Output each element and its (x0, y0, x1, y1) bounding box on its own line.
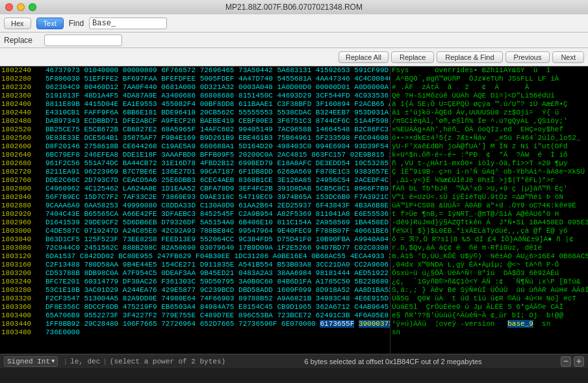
text-row: ÙùäE5l ÇrÔùÉëe0 ü Jµ ÃLÉÉ 5 6*gÁÄ©e CÁÏ (392, 303, 588, 311)
hex-address: 1802760 (0, 176, 45, 185)
table-row: 1803360DF8E356C 8DCCF6DB 475219F9 EB6503… (0, 303, 390, 311)
hex-bytes: DF8E356C 8DCCF6DB 475219F9 EB6503A4 8498… (45, 303, 390, 311)
replace-label: Replace (4, 36, 39, 45)
close-button[interactable] (5, 3, 13, 11)
hex-bytes: 8211EA91 96223969 B7C7BE6E 136E27D1 99CA… (45, 168, 390, 176)
text-row: À^BQÒ`,øgñ™øÚñP ÖJz¥eTUh JSsFLL LF iÀ (392, 75, 588, 83)
table-row: 18028809CAAA6A0 6AA58253 49990080 C8DDA3… (0, 202, 390, 210)
hex-address: 1802640 (0, 151, 45, 159)
text-row: k«U^$n.ô®·é÷·é÷ :ªPÐ ¢ *Ä ?ÀW é Í iô (392, 151, 588, 159)
hex-address: 1803200 (0, 269, 45, 278)
maximize-button[interactable] (29, 3, 36, 11)
hex-address: 1802560 (0, 134, 45, 142)
table-row: 180224046737973 01040000 00000809 6F7665… (0, 66, 390, 75)
zoom-in-button[interactable]: + (574, 356, 584, 367)
hex-address: 1803320 (0, 295, 45, 303)
hex-address: 1802440 (0, 109, 45, 117)
hex-bytes: 5191013F 48D1A4F5 4DA87A9E A3400686 8680… (45, 92, 390, 100)
main-area: 180224046737973 01040000 00000809 6F7665… (0, 66, 588, 354)
hex-button[interactable]: Hex (4, 18, 31, 29)
text-row: ô = ℜ?,Ö R?sî|8 ‰5 dÌ £4 ÍÕ}AðÑ£±9]A♦ ñ … (392, 235, 588, 244)
table-row: 18031206DA1537 C842DD02 BC80E955 247FB62… (0, 252, 390, 261)
hex-bytes: CD53788B 8DB98C0A A7F954C5 0DEAF3AA 9B45… (45, 269, 390, 278)
table-row: 18029207404C43E B65565CA A66E42FE 3DFAEB… (0, 210, 390, 218)
hex-address: 1803080 (0, 244, 45, 252)
hex-bytes: 65A706B9 9552273F 3F4227F2 779E755E C489… (45, 311, 390, 320)
replace-find-button[interactable]: Replace & Find (437, 51, 502, 63)
table-row: 18027208211EA91 96223969 B7C7BE6E 136E27… (0, 168, 390, 176)
hex-address: 1803440 (0, 320, 45, 328)
hex-address: 1802960 (0, 218, 45, 227)
hint-text: (select a power of 2 bytes) (110, 358, 225, 365)
hex-address: 1803000 (0, 227, 45, 235)
text-row: äi ±°újkö·ÃQEd Àv,UUUUSÜ8 z±$Oji= Ý{ ü (392, 109, 588, 117)
table-row: 1803200CD53788B 8DB98C0A A7F954C5 0DEAF3… (0, 269, 390, 278)
text-row: Qè ?H-SiMõzúê ÙÙÀh ÀQE Di=)<D"Li56édUi (392, 92, 588, 100)
table-row: 18022805F806030 51EFFFE2 BF697FAA BFEFDF… (0, 75, 390, 83)
hex-bytes: DDE2C66C 2D793C7D CEACD5A6 25E6DBB3 6CEC… (45, 176, 390, 185)
text-row: »%EUÀÀg+Ah',hëñ_ ÔÀ öoQIz.ed EHÇ»oy$hef (392, 125, 588, 134)
hex-bytes: C4960962 4C125462 LA624A8E 1D1EAA52 CBFA… (45, 185, 390, 193)
hex-address: 1803040 (0, 235, 45, 244)
text-row: Ösxü÷ü ú¿§ÔÅ ÚëÀ^Ñ! 8ªiú DÀ$Ô3 6ê92ÀÈú (392, 269, 588, 278)
find-label: Find (69, 19, 84, 28)
next-button[interactable]: Next (552, 51, 584, 63)
text-row: -dê9)RùJmd}ÿ§ÀZQTtkên Á J*Ñ•Si 1BA458ED … (392, 218, 588, 227)
text-row: ,04dx X™0NDA L,gÿ ÊÀ•Àµîµ; @<~ tÀ^ñ P·Ô (392, 261, 588, 269)
hex-address: 1802520 (0, 125, 45, 134)
replace-all-button[interactable]: Replace All (339, 51, 389, 63)
chevron-down-icon: ▼ (51, 358, 55, 365)
table-row: 1802760DDE2C66C 2D793C7D CEACD5A6 25E6DB… (0, 176, 390, 185)
text-row: /πSCiêqÀl,'ø®,e§lñ% Ïe ^.ú?gQyÀL ,QSiöy;… (392, 117, 588, 125)
hex-address: 1803400 (0, 311, 45, 320)
hex-bytes: 53C1E18B 3AC01D29 A244EA76 429E5877 9C23… (45, 286, 390, 295)
text-row: V™ï ê«UzÚ<.sÜ ïÿÊiéTqÙ.9tÖz =Δø™ñéi Þ öN (392, 193, 588, 202)
text-row: S,ä:,; } Äêv Bé SÿÑ#ûÍ ÛÕúÛ üú ùñÁR ÀúH#… (392, 286, 588, 295)
text-row: m.À15 °D,ÙÚ_KÔÉ U$ÿ©) Nê±ÀO ÀU¿6>16E4 0B… (392, 252, 588, 261)
hex-bytes: 5F806030 51EFFFE2 BF697FAA BFEFDFEE 5005… (45, 75, 390, 83)
table-row: 180284056F7B9EC 15D7C7F2 7AF33C2E 73860E… (0, 193, 390, 202)
type-selector[interactable]: Signed Int ▼ (4, 356, 58, 367)
hex-address: 1802600 (0, 142, 45, 151)
table-row: 1802800C4960962 4C125462 LA624A8E 1D1EAA… (0, 185, 390, 193)
hex-address: 1802880 (0, 202, 45, 210)
table-row: 180308072C944C0 2451562C 888B208C 82A506… (0, 244, 390, 252)
toolbar: Hex Text Find (0, 14, 588, 33)
hex-address: 1803480 (0, 328, 45, 337)
table-row: 180340065A706B9 9552273F 3F4227F2 779E75… (0, 311, 390, 320)
hex-address: 1802680 (0, 159, 45, 168)
text-row: à î{À SE¡Ô U=ÇEPQÜ øçÿa ™.ú/U"? iÙ Aæ£®•… (392, 100, 588, 109)
text-row: fé%X| $})$L0ÈB.*ixÄELàTydùé,,,çà @f Ê@ y… (392, 227, 588, 235)
hex-address: 1802320 (0, 83, 45, 92)
find-input[interactable] (89, 18, 167, 29)
text-row: Ç îÊ"9i9B· ç>n i·n'Ñ üÀq° ob·ÝbhÀi^·àÁ8e… (392, 168, 588, 176)
text-row: Fsys overrides• BZh11AY&SY `ù î (392, 66, 588, 75)
table-row: 18024008811E89B 4415D04E EA1E9553 455082… (0, 100, 390, 109)
hex-bytes: 72C944C0 2451562C 888B208C 82A50690 0307… (45, 244, 390, 252)
hex-address: 1803120 (0, 252, 45, 261)
hex-address: 1802360 (0, 92, 45, 100)
separator-2: | (103, 358, 107, 365)
hex-bytes: C2F13488 780D58AA 9B4E44E5 154CE271 D911… (45, 261, 390, 269)
minimize-button[interactable] (17, 3, 25, 11)
hex-bytes: 46737973 01040000 00000809 6F766572 7269… (45, 66, 390, 75)
text-row: e§ ñR'??B'Üùùü{^ÄùéÑ~Ä ¢_ür bI; Oj b!@@ (392, 311, 588, 320)
zoom-controls[interactable]: − + (561, 356, 584, 367)
table-row: 1803040B63D1CF5 125F523F 73EE82S8 FEED13… (0, 235, 390, 244)
replace-input[interactable] (44, 34, 122, 46)
zoom-out-button[interactable]: − (561, 356, 571, 367)
hex-address: 1803160 (0, 261, 45, 269)
text-button[interactable]: Text (36, 18, 64, 29)
hex-address: 1803280 (0, 286, 45, 295)
hex-bytes: BB25CE75 E5CB672B CB6827E2 68A5965F 14AF… (45, 125, 390, 134)
text-row: ,Δi-y<}Ê ¼%æ£ÙlêJë 8h±Î >j$|T*êFL)*>r (392, 176, 588, 185)
window-controls[interactable] (5, 3, 36, 11)
text-row: # .ÄF zÀtÄ â 2 ¢ À À (392, 83, 588, 92)
replace-button[interactable]: Replace (391, 51, 434, 63)
table-row: 18026406BC79EF8 246EFEA8 DDE1E18F 3AAAFB… (0, 151, 390, 159)
titlebar: MP21.88Z.007F.B06.0707021348.ROM (0, 0, 588, 14)
previous-button[interactable]: Previous (505, 51, 550, 63)
text-row: r.D,$Qv,äÀ äÇ¢ ë ñë π·Rfi0ùz, dêIë (392, 244, 588, 252)
hex-bytes: C4DE587C 0719247D A24C85E6 42C92A93 788B… (45, 227, 390, 235)
hex-panel[interactable]: 180224046737973 01040000 00000809 6F7665… (0, 66, 390, 354)
